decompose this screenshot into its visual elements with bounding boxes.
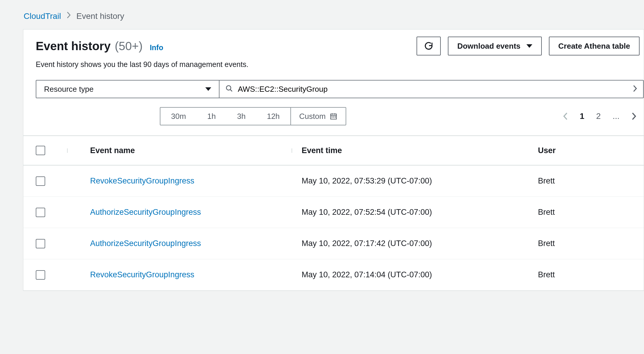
refresh-icon xyxy=(424,41,434,51)
info-link[interactable]: Info xyxy=(150,43,163,52)
svg-rect-6 xyxy=(332,117,333,117)
time-tab-1h[interactable]: 1h xyxy=(197,108,227,125)
select-all-checkbox[interactable] xyxy=(36,146,45,155)
filter-row: Resource type xyxy=(36,80,644,98)
chevron-right-icon xyxy=(66,11,71,21)
event-time: May 10, 2022, 07:17:42 (UTC-07:00) xyxy=(302,239,538,248)
refresh-button[interactable] xyxy=(417,37,441,55)
svg-rect-2 xyxy=(331,114,337,119)
col-header-user[interactable]: User xyxy=(538,146,635,155)
table-row: RevokeSecurityGroupIngress May 10, 2022,… xyxy=(23,165,644,197)
time-tab-3h[interactable]: 3h xyxy=(227,108,256,125)
time-range-tabs: 30m 1h 3h 12h Custom xyxy=(160,107,346,125)
row-checkbox[interactable] xyxy=(36,239,45,248)
filter-attribute-select[interactable]: Resource type xyxy=(36,81,219,98)
svg-rect-8 xyxy=(335,117,336,117)
calendar-icon xyxy=(330,112,337,120)
event-name-link[interactable]: AuthorizeSecurityGroupIngress xyxy=(90,208,201,217)
event-name-link[interactable]: RevokeSecurityGroupIngress xyxy=(90,176,194,185)
pagination: 1 2 ... xyxy=(563,112,637,121)
filter-search xyxy=(219,81,643,98)
col-header-event-time[interactable]: Event time xyxy=(302,146,538,155)
caret-down-icon xyxy=(205,87,211,91)
event-user: Brett xyxy=(538,208,635,217)
event-time: May 10, 2022, 07:53:29 (UTC-07:00) xyxy=(302,176,538,186)
page-description: Event history shows you the last 90 days… xyxy=(36,60,644,69)
pager-next[interactable] xyxy=(631,112,637,121)
pager-ellipsis: ... xyxy=(613,112,619,121)
breadcrumb-root-link[interactable]: CloudTrail xyxy=(24,12,61,21)
event-name-link[interactable]: AuthorizeSecurityGroupIngress xyxy=(90,239,201,248)
time-pager-row: 30m 1h 3h 12h Custom 1 2 ... xyxy=(160,107,644,125)
header-actions: Download events Create Athena table xyxy=(417,37,640,55)
events-table: Event name Event time User RevokeSecurit… xyxy=(23,135,644,291)
event-name-link[interactable]: RevokeSecurityGroupIngress xyxy=(90,270,194,279)
event-user: Brett xyxy=(538,239,635,248)
filter-search-input[interactable] xyxy=(238,81,628,98)
page-title: Event history xyxy=(36,40,110,53)
row-checkbox[interactable] xyxy=(36,176,45,186)
col-header-event-name[interactable]: Event name xyxy=(77,146,302,155)
event-time: May 10, 2022, 07:14:04 (UTC-07:00) xyxy=(302,270,538,279)
event-history-panel: Event history (50+) Info Download events… xyxy=(23,29,644,291)
time-tab-custom-label: Custom xyxy=(299,112,326,121)
pager-page-1[interactable]: 1 xyxy=(580,112,585,121)
download-events-label: Download events xyxy=(457,42,521,51)
event-user: Brett xyxy=(538,176,635,186)
table-row: AuthorizeSecurityGroupIngress May 10, 20… xyxy=(23,228,644,259)
time-tab-30m[interactable]: 30m xyxy=(160,108,197,125)
breadcrumb-current: Event history xyxy=(77,12,124,21)
table-row: RevokeSecurityGroupIngress May 10, 2022,… xyxy=(23,259,644,291)
time-tab-12h[interactable]: 12h xyxy=(256,108,290,125)
event-time: May 10, 2022, 07:52:54 (UTC-07:00) xyxy=(302,208,538,217)
result-count: (50+) xyxy=(115,40,143,53)
table-row: AuthorizeSecurityGroupIngress May 10, 20… xyxy=(23,197,644,228)
download-events-button[interactable]: Download events xyxy=(448,37,542,55)
breadcrumb: CloudTrail Event history xyxy=(0,0,644,29)
pager-prev[interactable] xyxy=(563,112,568,121)
chevron-right-icon xyxy=(633,84,637,94)
create-athena-label: Create Athena table xyxy=(558,42,630,51)
pager-page-2[interactable]: 2 xyxy=(596,112,601,121)
row-checkbox[interactable] xyxy=(36,270,45,280)
svg-line-1 xyxy=(230,89,232,91)
create-athena-table-button[interactable]: Create Athena table xyxy=(549,37,640,55)
svg-rect-7 xyxy=(333,117,334,117)
search-icon xyxy=(225,85,233,94)
title-group: Event history (50+) Info xyxy=(36,40,163,53)
time-tab-custom[interactable]: Custom xyxy=(290,108,346,125)
filter-attribute-value: Resource type xyxy=(44,85,94,94)
svg-point-0 xyxy=(226,86,231,90)
table-header-row: Event name Event time User xyxy=(23,136,644,165)
row-checkbox[interactable] xyxy=(36,208,45,217)
event-user: Brett xyxy=(538,270,635,279)
caret-down-icon xyxy=(526,44,532,48)
